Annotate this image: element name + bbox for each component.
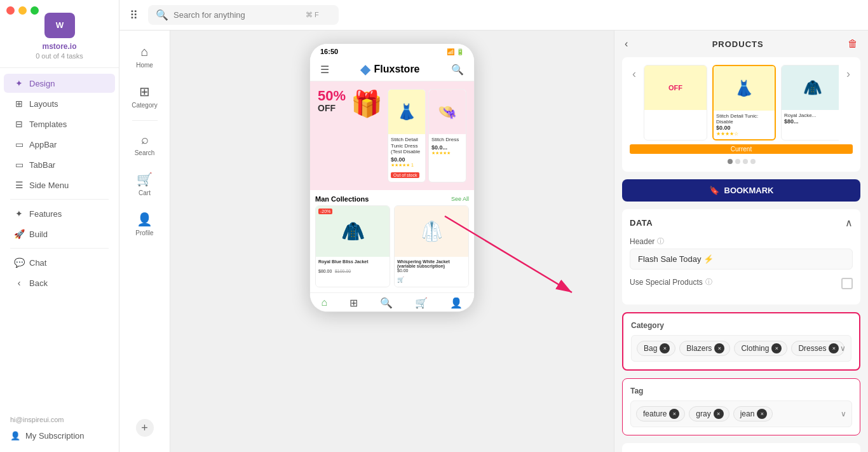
product-stars-1: ★★★★★ 1 xyxy=(391,163,423,168)
carousel-product-2[interactable]: 👗 Stitch Detail Tunic: Disable $0.00 ★★★… xyxy=(712,65,776,140)
category-tag-dresses: Dresses × xyxy=(791,341,844,356)
category-tag-blazers: Blazers × xyxy=(679,341,730,356)
back-icon: ‹ xyxy=(14,278,24,288)
subscription-nav-item[interactable]: 👤 My Subscription xyxy=(0,427,119,444)
cart-icon: 🛒 xyxy=(137,172,153,187)
sidebar-item-build[interactable]: 🚀 Build xyxy=(4,224,115,243)
banner-off: OFF xyxy=(318,103,346,113)
sidebar-item-design-label: Design xyxy=(29,79,55,88)
right-delete-icon[interactable]: 🗑 xyxy=(848,38,858,50)
carousel-product-1[interactable]: OFF xyxy=(644,65,707,140)
remove-tag-gray-button[interactable]: × xyxy=(714,409,724,419)
header-field-value[interactable]: Flash Sale Today ⚡ xyxy=(630,249,853,270)
collection-old-price-1: $100.00 xyxy=(335,269,351,273)
right-panel: ‹ PRODUCTS 🗑 ‹ OFF xyxy=(614,31,868,452)
product-image-1: 👗 xyxy=(388,90,425,134)
minimize-button[interactable] xyxy=(18,6,27,15)
carousel-product-info-1 xyxy=(644,110,707,115)
sidebar-item-back[interactable]: ‹ Back xyxy=(4,273,115,292)
sidebar-item-tabbar[interactable]: ▭ TabBar xyxy=(4,155,115,174)
sidebar-item-sidemenu-label: Side Menu xyxy=(29,181,69,190)
carousel-dot-3[interactable] xyxy=(743,159,748,164)
right-back-icon[interactable]: ‹ xyxy=(625,38,628,50)
sidebar-item-layouts[interactable]: ⊞ Layouts xyxy=(4,94,115,113)
data-section: DATA ∧ Header ⓘ Flash Sale Today ⚡ Use S… xyxy=(622,209,860,305)
carousel-products: OFF 👗 Stitch Detail Tunic: Disable $0.00… xyxy=(644,65,839,140)
data-collapse-button[interactable]: ∧ xyxy=(845,217,853,229)
carousel-next-button[interactable]: › xyxy=(844,65,853,83)
user-email: hi@inspireui.com xyxy=(0,412,119,427)
collection-title: Man Collections xyxy=(315,195,369,203)
collection-info-1: Royal Blue Bliss Jacket $80.00 $100.00 xyxy=(316,257,390,278)
mid-nav-profile[interactable]: 👤 Profile xyxy=(123,205,166,243)
sidemenu-icon: ☰ xyxy=(14,180,24,190)
category-tag-bag: Bag × xyxy=(637,341,675,356)
remove-tag-blazers-button[interactable]: × xyxy=(714,343,724,353)
category-tag-container[interactable]: Bag × Blazers × Clothing × Dresses × xyxy=(631,335,851,362)
phone-nav-bar: ☰ ◆ Fluxstore 🔍 xyxy=(310,58,474,81)
maximize-button[interactable] xyxy=(31,6,39,15)
carousel-dot-2[interactable] xyxy=(735,159,740,164)
product-name-2: Stitch Dress xyxy=(431,137,463,143)
app-logo: W mstore.io 0 out of 4 tasks xyxy=(0,8,119,68)
sidebar-item-chat[interactable]: 💬 Chat xyxy=(4,253,115,272)
app-name: mstore.io xyxy=(42,42,76,51)
appbar-icon: ▭ xyxy=(14,139,24,149)
carousel-prev-button[interactable]: ‹ xyxy=(630,65,639,83)
profile-icon: 👤 xyxy=(137,212,153,227)
tag-label: Tag xyxy=(630,387,852,395)
product-info-1: Stitch Detail Tunic Dress (Test Disable … xyxy=(388,134,425,182)
add-screen-button[interactable]: + xyxy=(136,419,154,437)
see-all-link[interactable]: See All xyxy=(451,196,469,202)
bookmark-label: BOOKMARK xyxy=(724,186,774,195)
mid-nav-cart[interactable]: 🛒 Cart xyxy=(123,165,166,203)
remove-tag-bag-button[interactable]: × xyxy=(660,343,670,353)
mid-search-label: Search xyxy=(135,149,155,156)
layouts-icon: ⊞ xyxy=(14,99,24,109)
sidebar-item-design[interactable]: ✦ Design xyxy=(4,74,115,93)
woo-icon: W xyxy=(44,13,75,38)
sidebar-item-appbar[interactable]: ▭ AppBar xyxy=(4,135,115,154)
remove-tag-clothing-button[interactable]: × xyxy=(771,343,782,353)
remove-tag-jean-button[interactable]: × xyxy=(757,409,767,419)
phone-bottom-nav: ⌂ ⊞ 🔍 🛒 👤 xyxy=(310,292,474,312)
remove-tag-dresses-button[interactable]: × xyxy=(829,343,839,353)
tag-feature: feature × xyxy=(636,406,685,421)
tag-clothing-label: Clothing xyxy=(741,344,769,353)
phone-status-bar: 16:50 📶 🔋 xyxy=(310,44,474,58)
close-button[interactable] xyxy=(6,6,15,15)
search-shortcut: ⌘ F xyxy=(306,11,319,19)
carousel-product-name-2: Stitch Detail Tunic: Disable xyxy=(716,113,772,125)
bookmark-icon: 🔖 xyxy=(709,186,719,195)
sidebar-item-features-label: Features xyxy=(29,209,62,219)
carousel-dot-1[interactable] xyxy=(728,159,733,164)
product-price-2: $0.0... xyxy=(431,144,463,151)
carousel-product-img-2: 👗 xyxy=(714,66,775,111)
search-input[interactable] xyxy=(173,10,301,20)
remove-tag-feature-button[interactable]: × xyxy=(669,409,679,419)
header-label-text: Header xyxy=(630,237,654,246)
mid-nav-home[interactable]: ⌂ Home xyxy=(123,38,166,75)
phone-nav-cart-icon: 🛒 xyxy=(415,297,428,309)
mid-nav-category[interactable]: ⊞ Category xyxy=(123,78,166,115)
use-special-checkbox[interactable] xyxy=(841,278,853,289)
carousel-product-3[interactable]: 🧥 Royal Jacke... $80... xyxy=(781,65,839,140)
header-field-row: Header ⓘ Flash Sale Today ⚡ xyxy=(630,236,853,270)
collection-card-1: -20% 🧥 Royal Blue Bliss Jacket $80.00 $1… xyxy=(315,205,390,287)
sidebar-item-sidemenu[interactable]: ☰ Side Menu xyxy=(4,175,115,195)
grid-menu-icon[interactable]: ⠿ xyxy=(130,8,138,22)
discount-badge-1: -20% xyxy=(318,209,332,214)
phone-preview: 16:50 📶 🔋 ☰ ◆ Fluxstore 🔍 50% OF xyxy=(309,43,475,312)
mid-nav-search[interactable]: ⌕ Search xyxy=(123,126,166,163)
phone-search-icon: 🔍 xyxy=(451,64,464,76)
tag-blazers-label: Blazers xyxy=(686,344,712,353)
category-dropdown-arrow-icon: ∨ xyxy=(840,344,846,353)
bookmark-button[interactable]: 🔖 BOOKMARK xyxy=(622,179,860,202)
use-special-info-icon: ⓘ xyxy=(705,277,712,287)
collection-price-2: $0.00 xyxy=(397,268,466,273)
carousel-dot-4[interactable] xyxy=(750,159,756,164)
sidebar-item-features[interactable]: ✦ Features xyxy=(4,204,115,223)
sidebar-item-templates[interactable]: ⊟ Templates xyxy=(4,114,115,134)
collection-info-2: Whispering White Jacket (variable subscr… xyxy=(395,257,468,287)
tag-container[interactable]: feature × gray × jean × ∨ xyxy=(630,401,852,427)
